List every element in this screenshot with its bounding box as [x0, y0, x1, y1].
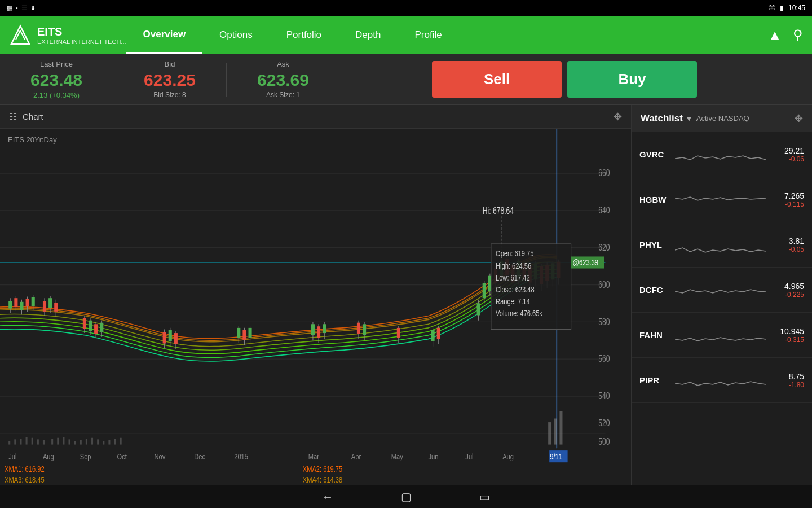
svg-rect-50 [48, 298, 52, 308]
watchlist-price-value: 8.75 [770, 372, 804, 381]
watchlist-ticker: PHYL [639, 240, 670, 249]
svg-rect-21 [51, 439, 53, 445]
svg-rect-32 [114, 439, 116, 445]
svg-text:2015: 2015 [234, 452, 248, 461]
svg-text:Range:  7.14: Range: 7.14 [496, 296, 530, 306]
svg-rect-40 [14, 298, 17, 307]
tab-portfolio[interactable]: Portfolio [270, 16, 338, 54]
watchlist-dropdown-icon[interactable]: ▼ [685, 114, 693, 123]
svg-text:XMA1: 616.92: XMA1: 616.92 [5, 465, 45, 474]
svg-text:Jul: Jul [465, 452, 473, 461]
wifi-icon: ⌘ [769, 4, 775, 12]
watchlist-ticker: PIPR [639, 375, 670, 385]
svg-rect-20 [43, 440, 45, 445]
tab-options[interactable]: Options [202, 16, 270, 54]
watchlist-price-info: 4.965 -0.225 [770, 282, 804, 299]
svg-text:@623.39: @623.39 [573, 258, 598, 268]
watchlist-price-info: 29.21 -0.06 [770, 146, 804, 163]
svg-rect-25 [74, 441, 76, 445]
bid-label: Bid [165, 60, 175, 68]
bid-value: 623.25 [144, 71, 196, 90]
svg-rect-64 [169, 330, 172, 341]
watchlist-item[interactable]: GVRC 29.21 -0.06 [632, 132, 812, 177]
watchlist-item[interactable]: FAHN 10.945 -0.315 [632, 313, 812, 358]
svg-text:540: 540 [598, 391, 610, 401]
svg-text:XMA2: 619.75: XMA2: 619.75 [303, 465, 343, 474]
chart-body[interactable]: EITS 20Yr:Day [0, 129, 631, 485]
svg-text:XMA4: 614.38: XMA4: 614.38 [303, 475, 343, 484]
svg-rect-74 [311, 324, 315, 335]
watchlist-change-value: -0.315 [770, 336, 804, 344]
svg-text:Volume: 476.65k: Volume: 476.65k [496, 308, 542, 318]
sell-button[interactable]: Sell [432, 61, 562, 98]
svg-rect-78 [323, 324, 326, 333]
svg-text:620: 620 [598, 242, 610, 252]
svg-text:May: May [391, 452, 403, 461]
tab-profile[interactable]: Profile [398, 16, 458, 54]
watchlist-item[interactable]: PHYL 3.81 -0.05 [632, 222, 812, 268]
svg-text:Nov: Nov [154, 452, 165, 461]
recents-button[interactable]: ▭ [479, 490, 490, 503]
last-price-label: Last Price [40, 60, 73, 68]
svg-rect-84 [397, 328, 400, 338]
svg-rect-58 [94, 324, 98, 334]
nav-right-icons: ▲ ⚲ [768, 27, 803, 43]
watchlist-sparkline [675, 322, 766, 348]
chart-expand-icon[interactable]: ✥ [614, 111, 622, 123]
watchlist-title: Watchlist [641, 113, 683, 124]
svg-rect-38 [8, 301, 12, 308]
chart-area: ☷ Chart ✥ EITS 20Yr:Day [0, 105, 632, 485]
watchlist-item[interactable]: HGBW 7.265 -0.115 [632, 177, 812, 222]
tab-overview[interactable]: Overview [126, 16, 203, 54]
svg-rect-88 [437, 328, 440, 339]
svg-rect-16 [20, 439, 21, 445]
watchlist-price-value: 10.945 [770, 327, 804, 336]
svg-rect-34 [548, 422, 551, 445]
search-icon[interactable]: ⚲ [793, 27, 803, 43]
watchlist-sparkline [675, 232, 766, 257]
svg-rect-48 [43, 301, 46, 311]
svg-rect-62 [163, 332, 166, 344]
download-icon: ⬇ [30, 5, 36, 12]
svg-rect-42 [20, 302, 23, 310]
ask-label: Ask [277, 60, 289, 68]
svg-text:Aug: Aug [502, 452, 514, 461]
svg-text:Jul: Jul [8, 452, 16, 461]
nav-tabs: Overview Options Portfolio Depth Profile [126, 16, 769, 54]
menu-icon: ☰ [21, 5, 27, 12]
svg-text:9/11: 9/11 [550, 452, 562, 461]
svg-text:Jun: Jun [429, 452, 439, 461]
watchlist-price-value: 29.21 [770, 146, 804, 155]
svg-text:Open:   619.75: Open: 619.75 [496, 249, 533, 259]
bid-section: Bid 623.25 Bid Size: 8 [125, 60, 215, 99]
chart-header: ☷ Chart ✥ [0, 105, 631, 129]
watchlist-change-value: -0.05 [770, 246, 804, 253]
svg-rect-52 [54, 303, 58, 312]
watchlist-item[interactable]: DCFC 4.965 -0.225 [632, 268, 812, 313]
last-price-value: 623.48 [30, 71, 82, 90]
back-button[interactable]: ← [322, 491, 333, 503]
watchlist-header: Watchlist ▼ Active NASDAQ ✥ [632, 105, 812, 132]
time-display: 10:45 [788, 4, 805, 12]
svg-text:XMA3: 618.45: XMA3: 618.45 [5, 475, 45, 484]
watchlist-subtitle: Active NASDAQ [696, 114, 749, 122]
svg-rect-14 [8, 441, 10, 445]
svg-rect-54 [83, 318, 86, 329]
watchlist-expand-icon[interactable]: ✥ [795, 112, 803, 125]
watchlist-price-info: 3.81 -0.05 [770, 237, 804, 253]
last-price-section: Last Price 623.48 2.13 (+0.34%) [11, 60, 102, 99]
svg-rect-24 [69, 439, 70, 444]
price-bar: Last Price 623.48 2.13 (+0.34%) Bid 623.… [0, 54, 812, 105]
image-icon: ▪ [16, 5, 18, 11]
watchlist-item[interactable]: PIPR 8.75 -1.80 [632, 358, 812, 403]
price-change: 2.13 (+0.34%) [33, 91, 80, 99]
notifications-icon[interactable]: ▲ [768, 27, 782, 43]
svg-rect-29 [97, 439, 99, 444]
logo-area: EITS EXTERNAL INTERNET TECH... [9, 24, 126, 46]
tab-depth[interactable]: Depth [338, 16, 398, 54]
svg-rect-90 [477, 303, 480, 315]
svg-rect-27 [86, 439, 87, 445]
svg-rect-26 [80, 440, 82, 445]
home-button[interactable]: ▢ [401, 490, 412, 503]
buy-button[interactable]: Buy [567, 61, 697, 98]
